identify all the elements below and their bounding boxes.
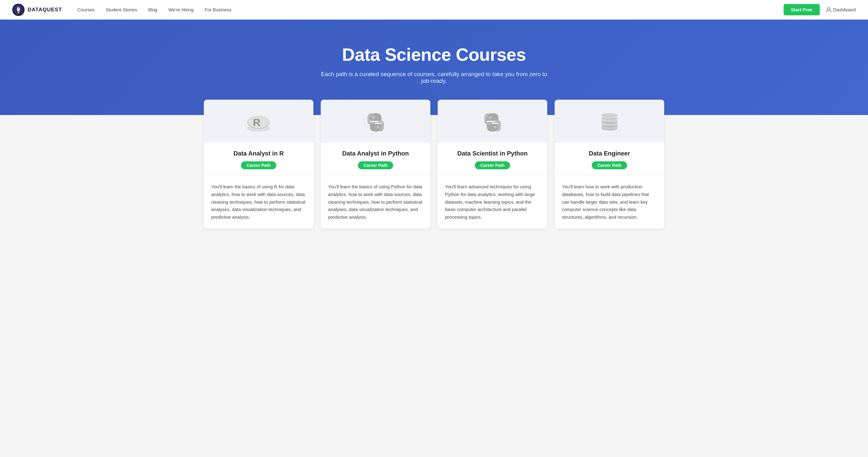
nav-item-hiring[interactable]: We're Hiring — [168, 7, 194, 12]
database-icon — [599, 112, 620, 133]
card-body-scientist: Data Scientist in Python Career Path — [438, 142, 547, 176]
card-header-scientist — [438, 100, 547, 142]
python-icon-2 — [482, 112, 503, 133]
cards-section: R Data Analyst in R Career Path You'll l… — [0, 100, 868, 247]
career-badge-r: Career Path — [241, 161, 276, 169]
career-badge-engineer: Career Path — [592, 161, 627, 169]
card-data-analyst-r[interactable]: R Data Analyst in R Career Path You'll l… — [204, 100, 313, 228]
cards-grid: R Data Analyst in R Career Path You'll l… — [204, 100, 664, 228]
svg-point-14 — [377, 127, 378, 128]
logo-text: DATAQUEST — [28, 7, 62, 13]
python-icon-1 — [365, 112, 386, 133]
dashboard-label: Dashboard — [833, 7, 856, 12]
svg-text:R: R — [253, 117, 260, 128]
hero-subtitle: Each path is a curated sequence of cours… — [319, 71, 549, 84]
nav-item-courses[interactable]: Courses — [78, 7, 95, 12]
navbar-actions: Start Free Dashboard — [784, 4, 856, 15]
card-description-r: You'll learn the basics of using R for d… — [204, 176, 313, 228]
card-title-engineer: Data Engineer — [562, 150, 657, 157]
card-description-engineer: You'll learn how to work with production… — [555, 176, 664, 228]
card-title-scientist: Data Scientist in Python — [445, 150, 540, 157]
card-body-r: Data Analyst in R Career Path — [204, 142, 313, 176]
career-badge-python-analyst: Career Path — [358, 161, 393, 169]
nav-item-student-stories[interactable]: Student Stories — [105, 7, 137, 12]
navbar-logo[interactable]: DATAQUEST — [12, 4, 62, 16]
nav-link-student-stories[interactable]: Student Stories — [105, 7, 137, 12]
svg-point-18 — [494, 127, 495, 128]
card-data-scientist-python[interactable]: Data Scientist in Python Career Path You… — [438, 100, 547, 228]
card-title-r: Data Analyst in R — [211, 150, 306, 157]
card-title-python-analyst: Data Analyst in Python — [328, 150, 423, 157]
nav-link-blog[interactable]: Blog — [148, 7, 157, 12]
card-data-engineer[interactable]: Data Engineer Career Path You'll learn h… — [555, 100, 664, 228]
card-header-python-analyst — [321, 100, 430, 142]
career-badge-scientist: Career Path — [475, 161, 510, 169]
nav-link-courses[interactable]: Courses — [78, 7, 95, 12]
card-description-python-analyst: You'll learn the basics of using Python … — [321, 176, 430, 228]
user-icon — [826, 7, 832, 12]
card-data-analyst-python[interactable]: Data Analyst in Python Career Path You'l… — [321, 100, 430, 228]
nav-link-hiring[interactable]: We're Hiring — [168, 7, 194, 12]
svg-point-5 — [18, 12, 19, 13]
nav-item-business[interactable]: For Business — [205, 7, 232, 12]
card-body-engineer: Data Engineer Career Path — [555, 142, 664, 176]
start-free-button[interactable]: Start Free — [784, 4, 820, 15]
svg-point-6 — [828, 8, 830, 10]
logo-icon — [12, 4, 25, 16]
card-header-r: R — [204, 100, 313, 142]
svg-point-27 — [601, 113, 618, 118]
navbar: DATAQUEST Courses Student Stories Blog W… — [0, 0, 868, 20]
svg-point-12 — [373, 117, 374, 118]
dashboard-link[interactable]: Dashboard — [826, 7, 856, 12]
navbar-nav: Courses Student Stories Blog We're Hirin… — [78, 7, 783, 12]
hero-title: Data Science Courses — [12, 44, 856, 65]
card-description-scientist: You'll learn advanced techniques for usi… — [438, 176, 547, 228]
nav-link-business[interactable]: For Business — [205, 7, 232, 12]
svg-point-16 — [490, 117, 491, 118]
card-header-engineer — [555, 100, 664, 142]
nav-item-blog[interactable]: Blog — [148, 7, 157, 12]
card-body-python-analyst: Data Analyst in Python Career Path — [321, 142, 430, 176]
r-language-icon: R — [245, 112, 273, 133]
